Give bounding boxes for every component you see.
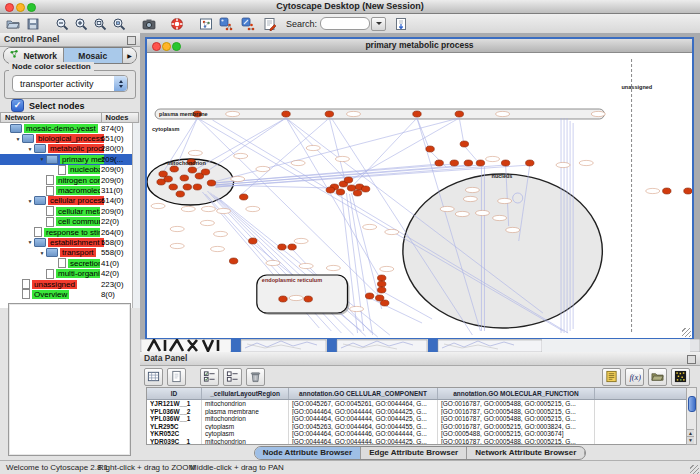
network-column-header[interactable]: Network [0,112,102,123]
network-tree-row[interactable]: secretion41(0) [0,258,132,268]
network-canvas[interactable]: plasma membranecytoplasmmitochondrionnuc… [147,53,692,338]
attribute-table: ID_cellularLayoutRegionannotation.GO CEL… [146,387,688,445]
float-panel-icon[interactable] [127,36,136,45]
import-attributes-icon[interactable] [648,368,667,386]
network-tree-row[interactable]: response to stimulus264(0) [0,227,132,237]
table-cell: YDR039C__1 [147,438,202,445]
tree-node-label: transport [60,248,96,257]
tab-edge-attribute-browser[interactable]: Edge Attribute Browser [361,447,467,459]
label-nucleus: nucleus [492,173,513,179]
tree-scrollbar[interactable] [132,123,140,308]
snapshot-icon[interactable] [140,16,157,32]
tree-node-count: 209(... [101,155,123,164]
disclosure-triangle-icon[interactable]: ▼ [14,136,22,142]
network-view-window: primary metabolic process plasma membran… [145,37,694,340]
column-header[interactable] [595,388,689,400]
network-tree-row[interactable]: multi-organism pro...42(0) [0,268,132,278]
select-nodes-checkbox[interactable]: ✓ [11,99,24,112]
zoom-fit-icon[interactable] [91,16,108,32]
zoom-selected-icon[interactable] [110,16,127,32]
table-row[interactable]: YKR052Ccytoplasm[GO:0044464, GO:0044446,… [147,430,688,438]
column-header[interactable]: ID [147,388,202,400]
float-panel-icon[interactable] [687,355,696,364]
table-cell: [GO:0045267, GO:0045261, GO:0044464, G..… [289,400,438,408]
gene-label [591,111,605,116]
window-resize-grip[interactable] [682,328,691,337]
table-row[interactable]: YJR121W__1mitochondrion[GO:0045267, GO:0… [147,400,688,408]
open-file-icon[interactable] [4,16,21,32]
table-row[interactable]: YLR295Ccytoplasm[GO:0045263, GO:0044464,… [147,423,688,431]
new-attribute-icon[interactable] [167,368,186,386]
import-icon[interactable] [392,16,409,32]
matrix-icon[interactable] [671,368,690,386]
disclosure-triangle-icon[interactable]: ▼ [26,239,34,245]
network-tree-row[interactable]: ▼biological_process651(0) [0,133,132,143]
zoom-in-icon[interactable] [72,16,89,32]
disclosure-triangle-icon[interactable]: ▼ [26,146,34,152]
network-tree-row[interactable]: Overview8(0) [0,289,132,299]
gene-node [361,186,369,192]
network-tree-row[interactable]: cell communicat...22(0) [0,217,132,227]
function-builder-icon[interactable]: f(x) [625,368,644,386]
birds-eye-view[interactable] [8,303,131,456]
disclosure-triangle-icon[interactable]: ▼ [38,250,46,256]
network-tree-row[interactable]: nucleobase-...209(0) [0,165,132,175]
network-tree-row[interactable]: ▼establishment of lo...558(0) [0,237,132,247]
more-tabs-button[interactable]: ▶ [123,48,136,63]
network-tree-row[interactable]: ▼metabolic process280(0) [0,144,132,154]
table-row[interactable]: YPL036W__1mitochondrion[GO:0044464, GO:0… [147,415,688,423]
nodes-column-header[interactable]: Nodes [102,112,140,123]
tab-mosaic[interactable]: Mosaic [64,48,124,63]
tab-network[interactable]: Network [4,48,64,63]
node-context-icon[interactable] [217,16,234,32]
table-scrollbar[interactable]: ▲ ▼ [686,387,697,445]
gene-node [464,160,472,166]
folder-icon [34,196,46,205]
scroll-down-icon[interactable]: ▼ [687,436,694,444]
network-tree-row[interactable]: ▼primary metabolic209(... [0,154,132,164]
edge-context-icon[interactable] [239,16,256,32]
network-tree-row[interactable]: cellular metabol...209(0) [0,206,132,216]
table-row[interactable]: YDR039C__1mitochondrion[GO:0044464, GO:0… [147,438,688,445]
close-window-icon[interactable] [152,42,161,51]
close-window-icon[interactable] [5,3,14,12]
column-header[interactable]: _cellularLayoutRegion [202,388,289,400]
network-tree-row[interactable]: mosaic-demo-yeast874(0) [0,123,132,133]
network-tree-row[interactable]: ▼cellular process614(0) [0,196,132,206]
attribute-list-icon[interactable] [602,368,621,386]
node-color-dropdown[interactable]: transporter activity [12,75,128,92]
select-nodes-label: Select nodes [29,101,85,111]
network-tree-row[interactable]: ▼transport558(0) [0,248,132,258]
overview-icon[interactable] [197,16,214,32]
network-tree-row[interactable]: nitrogen compou...209(0) [0,175,132,185]
annotation-icon[interactable] [261,16,278,32]
network-tree-row[interactable]: unassigned223(0) [0,279,132,289]
column-header[interactable]: annotation.GO MOLECULAR_FUNCTION [438,388,595,400]
scrollbar-thumb[interactable] [688,396,696,412]
search-dropdown-button[interactable] [371,17,386,31]
gene-node [169,184,177,190]
gene-label [213,231,227,236]
search-input[interactable] [320,17,370,30]
tab-network-attribute-browser[interactable]: Network Attribute Browser [467,447,585,459]
zoom-out-icon[interactable] [53,16,70,32]
gene-label [289,295,303,300]
minimize-window-icon[interactable] [16,3,25,12]
app-resize-grip[interactable] [690,465,699,474]
disclosure-triangle-icon[interactable]: ▼ [38,156,46,162]
table-row[interactable]: YPL036W__2plasma membrane[GO:0044464, GO… [147,408,688,416]
attribute-table-icon[interactable] [144,368,163,386]
select-attributes-icon[interactable] [200,368,219,386]
disclosure-triangle-icon[interactable]: ▼ [26,198,34,204]
deselect-attributes-icon[interactable] [223,368,242,386]
save-icon[interactable] [24,16,41,32]
zoom-window-icon[interactable] [172,42,181,51]
zoom-window-icon[interactable] [27,3,36,12]
column-header[interactable]: annotation.GO CELLULAR_COMPONENT [289,388,438,400]
tab-node-attribute-browser[interactable]: Node Attribute Browser [255,447,362,459]
delete-attribute-icon[interactable] [246,368,265,386]
network-tree-row[interactable]: macromolecule...311(0) [0,185,132,195]
network-window-titlebar[interactable]: primary metabolic process [147,39,692,53]
help-icon[interactable] [168,16,185,32]
minimize-window-icon[interactable] [162,42,171,51]
